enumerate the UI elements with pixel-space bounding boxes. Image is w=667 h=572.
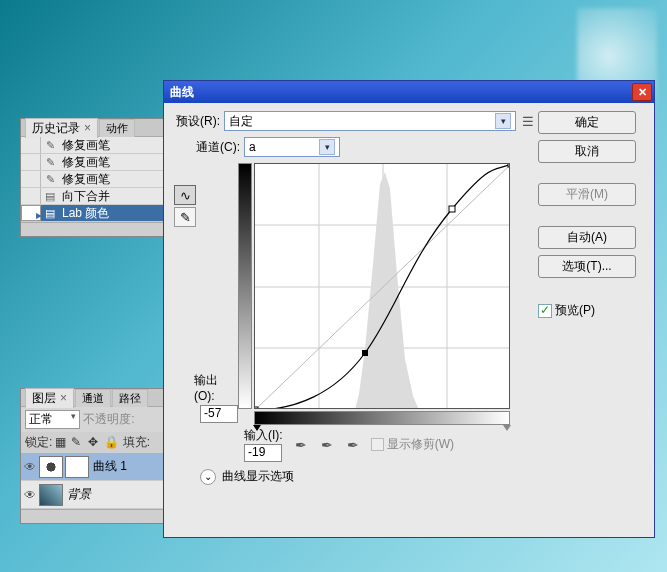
preset-menu-icon[interactable]: ☰ (522, 114, 534, 129)
history-item[interactable]: ✎修复画笔 (21, 137, 174, 154)
smooth-button[interactable]: 平滑(M) (538, 183, 636, 206)
white-point-slider[interactable] (503, 425, 511, 431)
preview-label: 预览(P) (555, 302, 595, 319)
ok-button[interactable]: 确定 (538, 111, 636, 134)
black-point-slider[interactable] (253, 425, 261, 431)
histogram (355, 172, 419, 409)
visibility-icon[interactable]: 👁 (21, 488, 39, 502)
layers-panel: 图层× 通道 路径 正常▾ 不透明度: 锁定: ▦ ✎ ✥ 🔒 填充: 👁 曲线… (20, 388, 172, 524)
layer-thumbnail[interactable] (39, 484, 63, 506)
curve-point-tool[interactable]: ∿ (174, 185, 196, 205)
history-item-label: 向下合并 (59, 188, 110, 205)
close-icon[interactable]: × (84, 121, 91, 135)
history-item[interactable]: ▤向下合并 (21, 188, 174, 205)
layers-controls: 正常▾ 不透明度: (21, 407, 171, 432)
layers-tabbar: 图层× 通道 路径 (21, 389, 171, 407)
white-eyedropper[interactable]: ✒ (345, 437, 361, 453)
dialog-titlebar[interactable]: 曲线 ✕ (164, 81, 654, 103)
preset-label: 预设(R): (174, 113, 224, 130)
output-label: 输出(O): (194, 372, 238, 405)
channel-value: a (249, 140, 256, 154)
disclosure-toggle[interactable]: ⌄ (200, 469, 216, 485)
horizontal-gradient[interactable] (254, 411, 510, 425)
preset-value: 自定 (229, 113, 253, 130)
show-clipping-checkbox[interactable] (371, 438, 384, 451)
history-item-label: Lab 颜色 (59, 205, 109, 222)
output-field[interactable]: -57 (200, 405, 238, 423)
curve-endpoint[interactable] (255, 407, 258, 409)
dialog-title: 曲线 (170, 84, 194, 101)
chevron-down-icon: ▾ (319, 139, 335, 155)
input-field[interactable]: -19 (244, 444, 282, 462)
lock-paint-icon[interactable]: ✎ (71, 435, 84, 449)
merge-icon: ▤ (41, 190, 59, 203)
history-item-label: 修复画笔 (59, 137, 110, 154)
preview-checkbox[interactable] (538, 304, 552, 318)
show-clipping-label: 显示修剪(W) (387, 436, 454, 453)
layer-name: 曲线 1 (89, 458, 127, 475)
history-item[interactable]: ✎修复画笔 (21, 171, 174, 188)
curve-point[interactable] (449, 206, 455, 212)
visibility-icon[interactable]: 👁 (21, 460, 39, 474)
curve-pencil-tool[interactable]: ✎ (174, 207, 196, 227)
brush-icon: ✎ (41, 139, 59, 152)
history-item-label: 修复画笔 (59, 171, 110, 188)
close-icon[interactable]: × (60, 391, 67, 405)
blend-mode-value: 正常 (29, 412, 53, 426)
history-tabbar: 历史记录× 动作 (21, 119, 174, 137)
mode-icon: ▤ (41, 207, 59, 220)
brush-icon: ✎ (41, 156, 59, 169)
curve-point[interactable] (362, 350, 368, 356)
auto-button[interactable]: 自动(A) (538, 226, 636, 249)
tab-layers[interactable]: 图层× (25, 388, 74, 408)
blend-mode-select[interactable]: 正常▾ (25, 410, 80, 429)
tab-label: 历史记录 (32, 121, 80, 135)
black-eyedropper[interactable]: ✒ (293, 437, 309, 453)
channel-label: 通道(C): (196, 139, 244, 156)
tab-label: 图层 (32, 391, 56, 405)
opacity-label: 不透明度: (83, 412, 134, 426)
history-list: ✎修复画笔 ✎修复画笔 ✎修复画笔 ▤向下合并 ▸▤Lab 颜色 (21, 137, 174, 222)
vertical-gradient (238, 163, 252, 409)
mask-thumbnail[interactable] (65, 456, 89, 478)
layer-thumbnail[interactable] (39, 456, 63, 478)
curve-display-options-label: 曲线显示选项 (222, 468, 294, 485)
lock-move-icon[interactable]: ✥ (88, 435, 101, 449)
history-item[interactable]: ✎修复画笔 (21, 154, 174, 171)
fill-label: 填充: (123, 435, 150, 449)
curves-graph[interactable] (254, 163, 510, 409)
lock-label: 锁定: (25, 435, 52, 449)
input-label: 输入(I): (244, 427, 283, 444)
brush-icon: ✎ (41, 173, 59, 186)
layer-list: 👁 曲线 1 👁 背景 (21, 453, 171, 509)
tab-history[interactable]: 历史记录× (25, 118, 98, 138)
curve-endpoint[interactable] (508, 164, 510, 167)
history-item-label: 修复画笔 (59, 154, 110, 171)
tab-actions[interactable]: 动作 (99, 119, 135, 137)
options-button[interactable]: 选项(T)... (538, 255, 636, 278)
history-panel: 历史记录× 动作 ✎修复画笔 ✎修复画笔 ✎修复画笔 ▤向下合并 ▸▤Lab 颜… (20, 118, 175, 237)
close-button[interactable]: ✕ (632, 83, 652, 101)
layer-name: 背景 (63, 486, 91, 503)
history-item[interactable]: ▸▤Lab 颜色 (21, 205, 174, 222)
panel-footer (21, 222, 174, 236)
tab-paths[interactable]: 路径 (112, 389, 148, 407)
curves-dialog: 曲线 ✕ 预设(R): 自定 ▾ ☰ 通道(C): a ▾ (163, 80, 655, 538)
channel-select[interactable]: a ▾ (244, 137, 340, 157)
lock-transparent-icon[interactable]: ▦ (55, 435, 68, 449)
chevron-down-icon: ▾ (495, 113, 511, 129)
chevron-down-icon: ▾ (71, 411, 76, 421)
tab-channels[interactable]: 通道 (75, 389, 111, 407)
layer-row[interactable]: 👁 背景 (21, 481, 171, 509)
lock-bar: 锁定: ▦ ✎ ✥ 🔒 填充: (21, 432, 171, 453)
panel-footer (21, 509, 171, 523)
layer-row[interactable]: 👁 曲线 1 (21, 453, 171, 481)
cancel-button[interactable]: 取消 (538, 140, 636, 163)
lock-all-icon[interactable]: 🔒 (104, 435, 117, 449)
preset-select[interactable]: 自定 ▾ (224, 111, 516, 131)
gray-eyedropper[interactable]: ✒ (319, 437, 335, 453)
